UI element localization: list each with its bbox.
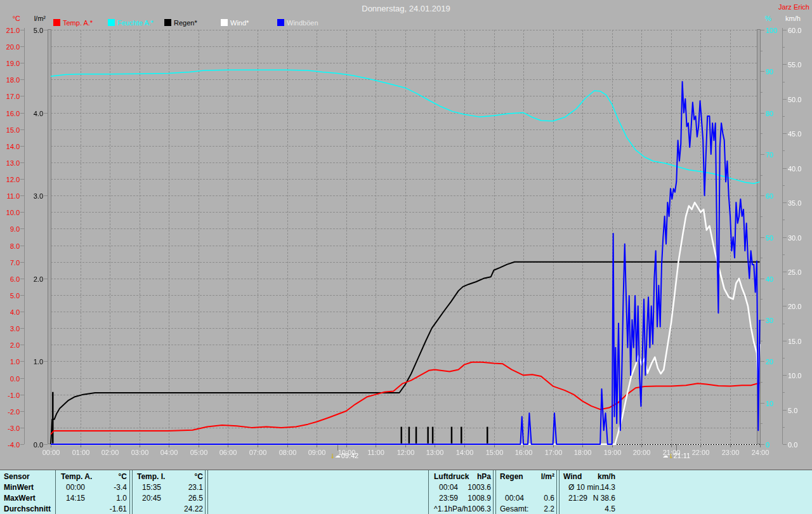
table-divider [129,470,130,514]
table-cell-value: 4.5 [561,504,615,514]
table-cell-value: 1003.6 [431,483,491,492]
table-cell-value: 1006.3 [431,504,491,514]
sun-event-marker-0942: ↓☁ 09:42 [331,452,359,459]
table-cell-value: 1008.9 [431,494,491,503]
table-divider [205,470,206,514]
table-divider [495,470,496,514]
table-cell-value: 0.6 [497,494,554,503]
table-divider [493,470,494,514]
table-col-unit: hPa [431,472,491,482]
table-divider [207,470,208,514]
table-divider [556,470,557,514]
cloud-icon: ☁ [662,452,668,459]
sun-event-marker-2111: ☁↓ 21:11 [662,452,690,459]
table-col-unit: l/m² [497,472,554,482]
table-row-label: Sensor [4,472,30,482]
yellow-arrow-icon: ↓ [669,452,672,459]
table-divider [559,470,560,514]
weather-app-window: Donnerstag, 24.01.2019 Jarz Erich °C l/m… [0,0,812,514]
table-col-unit: °C [134,472,203,482]
cloud-icon: ☁ [335,452,341,459]
weather-chart-canvas [0,0,812,470]
table-col-unit: °C [58,472,127,482]
event-marker-time: 21:11 [673,452,690,459]
statistics-table: SensorMinWertMaxWertDurchschnittTemp. A.… [0,470,812,514]
table-cell-value: 2.2 [497,504,554,514]
table-col-unit: km/h [561,472,615,482]
table-row-label: Durchschnitt [4,504,51,514]
table-cell-value: N 38.6 [561,494,615,503]
table-cell-value: 1.0 [58,494,127,503]
table-cell-value: -3.4 [58,483,127,492]
table-cell-value: 24.22 [134,504,203,514]
event-marker-time: 09:42 [341,452,359,459]
table-divider [55,470,56,514]
table-cell-value: 14.3 [561,483,615,492]
table-divider [428,470,429,514]
table-cell-value: 23.1 [134,483,203,492]
table-row-label: MinWert [4,483,34,492]
table-cell-value: 26.5 [134,494,203,503]
table-divider [132,470,133,514]
table-cell-value: -1.61 [58,504,127,514]
yellow-arrow-icon: ↓ [331,452,334,459]
table-row-label: MaxWert [4,494,36,503]
